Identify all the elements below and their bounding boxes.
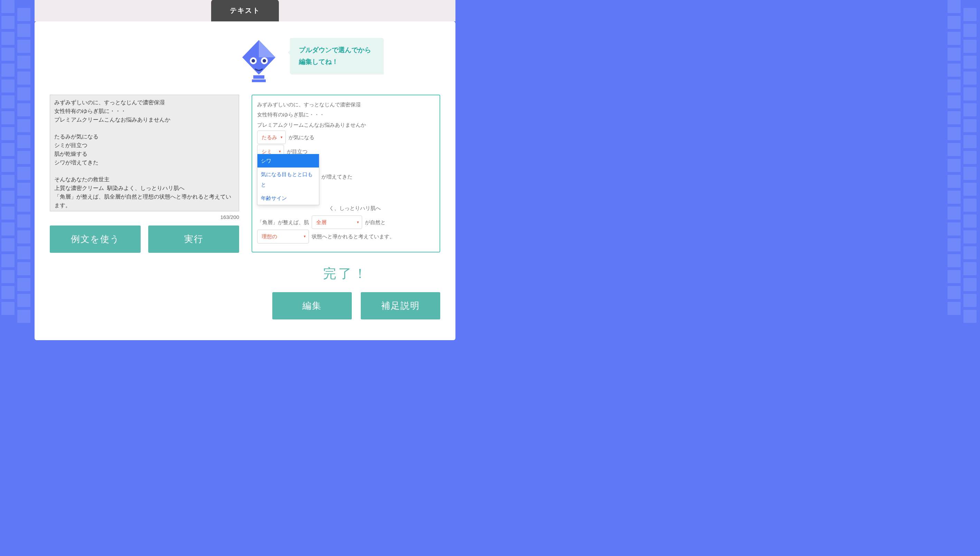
chevron-down-icon: ▾ [304, 233, 306, 240]
select-zensou[interactable]: 全層 ▾ [312, 215, 362, 229]
svg-point-5 [262, 59, 266, 63]
source-textarea[interactable] [50, 95, 239, 211]
row3-suffix: が増えてきた [321, 171, 353, 182]
select-risou[interactable]: 理想の ▾ [257, 230, 309, 243]
speech-line-2: 編集してね！ [299, 58, 338, 65]
dropdown-option-memoto[interactable]: 気になる目もとと口もと [258, 168, 319, 191]
chevron-down-icon: ▾ [357, 218, 359, 226]
mascot-pen-icon [238, 38, 280, 86]
edit-button[interactable]: 編集 [272, 292, 352, 320]
select-shiwa-dropdown[interactable]: シワ 気になる目もとと口もと 年齢サイン [257, 154, 319, 205]
speech-bubble: プルダウンで選んでから 編集してね！ [290, 38, 383, 74]
select-tarumi[interactable]: たるみ ▾ [257, 131, 286, 144]
row5-prefix: 「角層」が整えば、肌 [257, 217, 309, 227]
svg-rect-7 [252, 79, 266, 82]
decorative-grid-left [2, 0, 32, 556]
main-card: プルダウンで選んでから 編集してね！ 163/200 例文を使う 実行 みずみず… [34, 21, 455, 340]
intro-line-1: みずみずしいのに、すっとなじんで濃密保湿 [257, 99, 435, 110]
row1-suffix: が気になる [288, 132, 314, 142]
result-panel: みずみずしいのに、すっとなじんで濃密保湿 女性特有のゆらぎ肌に・・・ プレミアム… [251, 95, 440, 252]
intro-line-2: 女性特有のゆらぎ肌に・・・ [257, 110, 435, 120]
header-band: テキスト [34, 0, 455, 21]
intro-line-3: プレミアムクリームこんなお悩みありませんか [257, 120, 435, 130]
select-tarumi-value: たるみ [262, 132, 277, 142]
svg-marker-1 [259, 40, 275, 57]
dropdown-option-shiwa[interactable]: シワ [258, 154, 319, 168]
row4-suffix: く、しっとりハリ肌へ [329, 203, 381, 213]
row6-suffix: 状態へと導かれると考えています。 [312, 231, 395, 241]
dropdown-option-nenrei[interactable]: 年齢サイン [258, 191, 319, 205]
char-count: 163/200 [50, 214, 239, 220]
done-label: 完了！ [251, 265, 440, 283]
use-example-button[interactable]: 例文を使う [50, 226, 141, 253]
speech-line-1: プルダウンで選んでから [299, 46, 371, 53]
run-button[interactable]: 実行 [148, 226, 239, 253]
explain-button[interactable]: 補足説明 [361, 292, 440, 320]
select-risou-value: 理想の [262, 231, 277, 241]
select-zensou-value: 全層 [316, 217, 327, 227]
svg-rect-6 [253, 75, 264, 79]
svg-point-4 [251, 59, 255, 63]
tab-text[interactable]: テキスト [211, 0, 279, 21]
decorative-grid-right [948, 0, 978, 556]
chevron-down-icon: ▾ [280, 134, 283, 141]
row5-suffix: が自然と [365, 217, 386, 227]
